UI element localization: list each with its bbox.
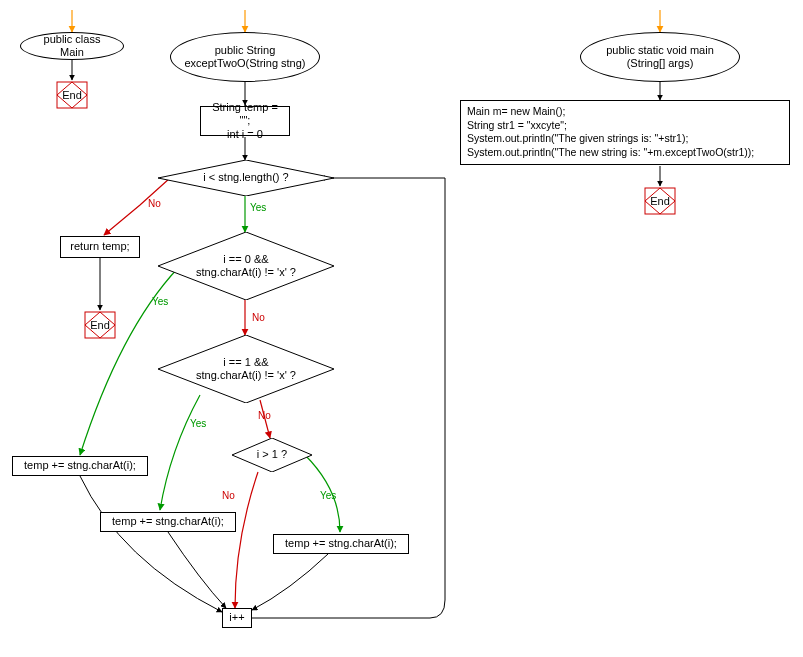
label-no: No [222,490,235,501]
temp3-rect: temp += stng.charAt(i); [273,534,409,554]
init-rect: String temp = ""; int i = 0 [200,106,290,136]
temp3-text: temp += stng.charAt(i); [285,537,397,550]
main-method-ellipse: public static void main (String[] args) [580,32,740,82]
main-code-box: Main m= new Main(); String str1 = "xxcyt… [460,100,790,165]
end-text: End [80,310,120,340]
label-yes: Yes [190,418,206,429]
cond1-diamond: i == 1 && stng.charAt(i) != 'x' ? [158,335,334,403]
cond0-text: i == 0 && stng.charAt(i) != 'x' ? [196,253,296,279]
end-text: End [52,80,92,110]
method-except-text: public String exceptTwoO(String stng) [184,44,305,70]
label-yes: Yes [152,296,168,307]
return-temp-text: return temp; [70,240,129,253]
inc-text: i++ [229,611,244,624]
label-no: No [148,198,161,209]
end-node-main: End [640,186,680,216]
return-temp-rect: return temp; [60,236,140,258]
temp1-text: temp += stng.charAt(i); [24,459,136,472]
temp2-text: temp += stng.charAt(i); [112,515,224,528]
cond-len-diamond: i < stng.length() ? [158,160,334,196]
main-code-text: Main m= new Main(); String str1 = "xxcyt… [467,105,754,158]
label-no: No [258,410,271,421]
end-text: End [640,186,680,216]
end-node-return: End [80,310,120,340]
cond-len-text: i < stng.length() ? [203,171,288,184]
label-yes: Yes [320,490,336,501]
label-yes: Yes [250,202,266,213]
cond-gt1-text: i > 1 ? [257,448,287,461]
cond0-diamond: i == 0 && stng.charAt(i) != 'x' ? [158,232,334,300]
inc-rect: i++ [222,608,252,628]
init-text: String temp = ""; int i = 0 [207,101,283,141]
class-main-ellipse: public class Main [20,32,124,60]
cond-gt1-diamond: i > 1 ? [232,438,312,472]
temp1-rect: temp += stng.charAt(i); [12,456,148,476]
label-no: No [252,312,265,323]
temp2-rect: temp += stng.charAt(i); [100,512,236,532]
end-node-left: End [52,80,92,110]
method-except-ellipse: public String exceptTwoO(String stng) [170,32,320,82]
cond1-text: i == 1 && stng.charAt(i) != 'x' ? [196,356,296,382]
main-method-text: public static void main (String[] args) [606,44,714,70]
flow-edges [0,0,803,657]
class-main-text: public class Main [33,33,111,59]
